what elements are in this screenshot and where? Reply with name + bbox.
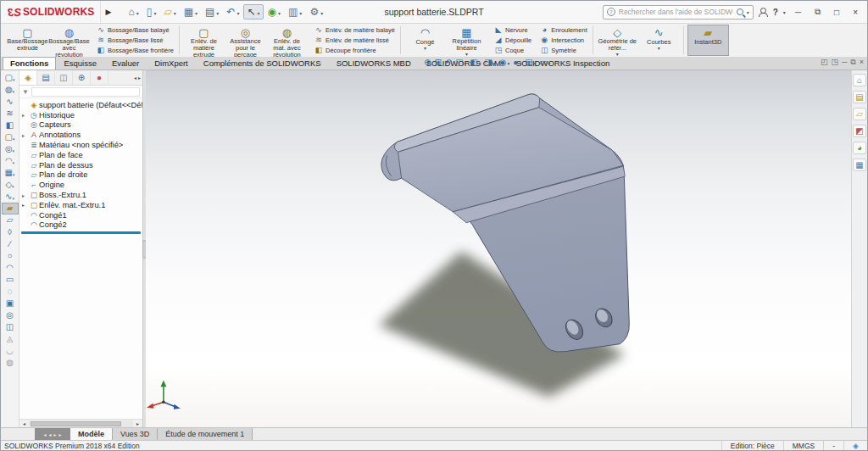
- tree-item[interactable]: ▸ ◷ Historique: [19, 110, 142, 120]
- toolbar-button[interactable]: ∿: [2, 96, 19, 108]
- qat-button[interactable]: ▦: [181, 4, 201, 19]
- toolbar-button[interactable]: ◊: [2, 226, 19, 238]
- toolbar-button[interactable]: ◫: [2, 321, 19, 333]
- tab-scroll-arrow-icon[interactable]: ▸: [59, 432, 62, 437]
- manager-tabs-left-icon[interactable]: ◂: [134, 75, 136, 81]
- ribbon-button[interactable]: ▢ Enlèv. de matière extrudé ▾: [183, 25, 225, 56]
- toolbar-button[interactable]: ▦: [2, 167, 19, 179]
- doc-window-button[interactable]: ─: [842, 58, 847, 67]
- ribbon-button[interactable]: ◇ Géométrie de référ... ▾: [597, 25, 638, 56]
- tree-item[interactable]: ▸ ▱ Plan de droite: [19, 170, 142, 181]
- view-tool-button[interactable]: ◉: [498, 58, 511, 67]
- ribbon-button[interactable]: ◎ Assistance pour le perçage ▾: [225, 25, 266, 56]
- ribbon-small-button[interactable]: ◕Enroulement: [536, 25, 592, 36]
- view-tool-button[interactable]: ◫: [454, 58, 467, 67]
- toolbar-button[interactable]: ◡: [2, 345, 19, 357]
- toolbar-button[interactable]: ◌: [2, 286, 19, 298]
- taskpane-button[interactable]: ⌂: [853, 74, 866, 86]
- ribbon-small-button[interactable]: ◉Intersection: [536, 36, 592, 46]
- manager-tab[interactable]: ▤: [37, 70, 55, 85]
- manager-tab[interactable]: ◈: [19, 70, 37, 85]
- view-tool-button[interactable]: ◨: [484, 58, 497, 67]
- status-units-dropdown[interactable]: -: [823, 441, 843, 450]
- maximize-button[interactable]: □: [830, 7, 843, 18]
- doc-window-button[interactable]: ◳: [831, 58, 838, 67]
- tab-scroll-controls[interactable]: ◂◂▸▸: [35, 428, 70, 440]
- minimize-button[interactable]: ─: [791, 7, 805, 18]
- toolbar-button[interactable]: ▭: [2, 274, 19, 286]
- qat-button[interactable]: ⌂: [125, 4, 142, 19]
- view-tool-button[interactable]: ⊞: [433, 58, 442, 67]
- qat-button[interactable]: ◉: [264, 4, 285, 19]
- expand-arrow-icon[interactable]: ▸: [22, 132, 29, 138]
- ribbon-small-button[interactable]: ◫Symétrie: [536, 46, 592, 56]
- tree-item[interactable]: ▸ ◈ support batterie (Défaut<<Défaut>_E: [19, 100, 142, 110]
- model-tab[interactable]: Vues 3D: [113, 428, 158, 440]
- taskpane-button[interactable]: ▦: [853, 159, 866, 171]
- status-tag-icon[interactable]: ◈: [853, 442, 859, 450]
- toolbar-button[interactable]: ◎: [2, 309, 19, 321]
- view-tool-button[interactable]: ▤: [524, 58, 537, 67]
- toolbar-button[interactable]: ∿: [2, 191, 19, 203]
- command-tab[interactable]: SOLIDWORKS MBD: [329, 57, 419, 70]
- doc-window-button[interactable]: ×: [860, 58, 864, 67]
- ribbon-button[interactable]: ▢ Base/Bossage extrudé ▾: [7, 25, 48, 56]
- toolbar-button[interactable]: ◍: [2, 357, 19, 369]
- ribbon-button[interactable]: ∿ Courbes ▾: [638, 25, 680, 56]
- help-button[interactable]: ?: [773, 8, 778, 17]
- toolbar-button[interactable]: ○: [2, 250, 19, 262]
- model-tab[interactable]: Étude de mouvement 1: [158, 428, 253, 440]
- toolbar-button[interactable]: ◧: [2, 120, 19, 131]
- manager-tab[interactable]: ⊕: [73, 70, 91, 85]
- doc-window-button[interactable]: ◰: [821, 58, 828, 67]
- ribbon-button[interactable]: ◍ Bossage/Base avec révolution ▾: [48, 25, 90, 56]
- command-tab[interactable]: Compléments de SOLIDWORKS: [196, 57, 329, 70]
- tree-item[interactable]: ▸ ▱ Plan de face: [19, 150, 142, 160]
- ribbon-small-button[interactable]: ≋Bossage/Base lissé: [92, 36, 178, 46]
- tree-item[interactable]: ▸ A Annotations: [19, 130, 142, 140]
- ribbon-small-button[interactable]: ≋Enlèv. de matière lissé: [310, 36, 399, 46]
- command-tab[interactable]: DimXpert: [147, 57, 196, 70]
- help-dropdown-icon[interactable]: ▾: [783, 9, 786, 15]
- toolbar-button[interactable]: ▣: [2, 298, 19, 309]
- manager-tab[interactable]: ●: [91, 70, 108, 85]
- status-units[interactable]: MMGS: [783, 441, 823, 450]
- toolbar-button[interactable]: ≋: [2, 108, 19, 120]
- ribbon-small-button[interactable]: ∿Bossage/Base balayé: [92, 25, 178, 36]
- ribbon-small-button[interactable]: ◢Dépouille: [490, 36, 536, 46]
- expand-arrow-icon[interactable]: ▸: [22, 112, 29, 118]
- tree-filter-input[interactable]: [31, 87, 140, 97]
- qat-button[interactable]: ▤: [202, 4, 222, 19]
- command-tab[interactable]: Evaluer: [104, 57, 147, 70]
- tree-item[interactable]: ▸ ◎ Capteurs: [19, 120, 142, 131]
- ribbon-small-button[interactable]: ∿Enlèv. de matière balayé: [310, 25, 399, 36]
- restore-button[interactable]: ⧉: [810, 6, 825, 18]
- toolbar-button[interactable]: ∕: [2, 238, 19, 250]
- tree-item[interactable]: ▸ ≣ Matériau <non spécifié>: [19, 140, 142, 150]
- search-dropdown-icon[interactable]: ▾: [747, 9, 749, 15]
- ribbon-small-button[interactable]: ◣Nervure: [490, 25, 536, 36]
- command-tab[interactable]: Esquisse: [56, 57, 104, 70]
- view-tool-button[interactable]: ●: [512, 58, 522, 67]
- view-tool-button[interactable]: ↶: [444, 58, 453, 67]
- search-icon[interactable]: [737, 8, 743, 15]
- taskpane-button[interactable]: ▱: [853, 108, 866, 120]
- toolbar-button[interactable]: ◠: [2, 262, 19, 274]
- tree-item[interactable]: ▸ ◠ Congé2: [19, 220, 142, 231]
- scroll-right-icon[interactable]: ▸: [133, 420, 142, 426]
- toolbar-button[interactable]: ◍: [2, 84, 19, 96]
- toolbar-button[interactable]: ▢: [2, 72, 19, 84]
- manager-tab[interactable]: ◫: [55, 70, 73, 85]
- tab-scroll-arrow-icon[interactable]: ▸: [54, 432, 57, 437]
- view-tool-button[interactable]: ▭: [538, 58, 551, 67]
- manager-tabs-right-icon[interactable]: ▸: [138, 75, 141, 81]
- ribbon-small-button[interactable]: ◳Coque: [490, 46, 536, 56]
- tree-item[interactable]: ▸ ▢ Boss.-Extru.1: [19, 190, 142, 200]
- qat-button[interactable]: ⚙: [306, 4, 326, 19]
- graphics-viewport[interactable]: [146, 70, 851, 427]
- taskpane-button[interactable]: ▤: [853, 91, 866, 103]
- scroll-left-icon[interactable]: ◂: [19, 420, 29, 426]
- qat-button[interactable]: ▱: [160, 4, 179, 19]
- ribbon-button[interactable]: ◍ Enlèv. de mat. avec révolution ▾: [266, 25, 308, 56]
- toolbar-button[interactable]: ◇: [2, 179, 19, 191]
